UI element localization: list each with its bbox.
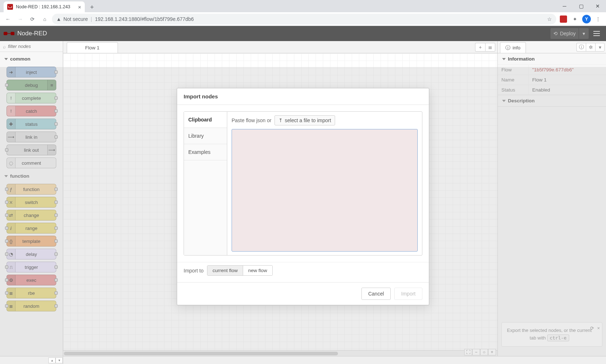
window-controls: ─ ▢ ✕ (556, 0, 606, 12)
new-tab-button[interactable]: + (87, 2, 97, 12)
select-file-button[interactable]: ⤒ select a file to import (275, 115, 335, 125)
nodered-logo: Node-RED (4, 30, 47, 37)
browser-tab[interactable]: Node-RED : 192.168.1.243 × (4, 1, 85, 12)
nodered-footer: ▴ ▾ (0, 356, 606, 364)
deploy-button[interactable]: ⟲ Deploy ▾ (550, 28, 589, 39)
nav-forward-icon[interactable]: → (15, 14, 25, 24)
window-close-icon[interactable]: ✕ (589, 0, 606, 12)
extension-1-icon[interactable] (558, 14, 568, 24)
nav-home-icon[interactable]: ⌂ (40, 14, 50, 24)
palette-pager: ▴ ▾ (0, 356, 63, 364)
import-source-examples[interactable]: Examples (184, 144, 227, 160)
browser-menu-icon[interactable]: ⋮ (593, 14, 603, 24)
paste-flow-label: Paste flow json or (232, 117, 272, 123)
svg-rect-0 (4, 32, 8, 35)
import-button[interactable]: Import (394, 288, 422, 300)
import-target-new[interactable]: new flow (243, 266, 272, 275)
bookmark-star-icon[interactable]: ☆ (547, 16, 552, 22)
deploy-icon: ⟲ (553, 31, 558, 36)
nodered-favicon-icon (7, 4, 13, 10)
palette-next-icon[interactable]: ▾ (56, 358, 63, 363)
browser-actions: ✦ Y ⋮ (558, 14, 603, 24)
extensions-puzzle-icon[interactable]: ✦ (570, 14, 580, 24)
palette-prev-icon[interactable]: ▴ (48, 358, 56, 363)
browser-tab-title: Node-RED : 192.168.1.243 (16, 4, 70, 9)
import-dialog: Import nodes Clipboard Library Examples … (177, 88, 429, 305)
not-secure-label: Not secure (63, 16, 88, 22)
not-secure-badge[interactable]: ▲ Not secure (56, 16, 88, 22)
nav-reload-icon[interactable]: ⟳ (27, 14, 38, 24)
nodered-body: ⌕ common ➜ inject debug ≡ ! complete ! c… (0, 41, 606, 356)
import-to-label: Import to (184, 268, 203, 274)
product-name: Node-RED (17, 30, 47, 37)
deploy-dropdown-icon[interactable]: ▾ (581, 31, 587, 36)
profile-avatar[interactable]: Y (581, 14, 592, 24)
url-text: 192.168.1.243:1880/#flow/1b5f799e.677db6 (95, 16, 194, 22)
browser-tabstrip: Node-RED : 192.168.1.243 × + (0, 0, 606, 12)
window-maximize-icon[interactable]: ▢ (573, 0, 589, 12)
import-source-tabs: Clipboard Library Examples (184, 112, 227, 255)
nodered-logo-icon (4, 30, 14, 37)
main-menu-button[interactable] (591, 28, 602, 39)
tab-close-icon[interactable]: × (78, 4, 81, 10)
browser-toolbar: ← → ⟳ ⌂ ▲ Not secure | 192.168.1.243:188… (0, 12, 606, 26)
cancel-button[interactable]: Cancel (361, 288, 391, 300)
import-source-library[interactable]: Library (184, 128, 227, 144)
svg-rect-1 (11, 32, 15, 35)
deploy-label: Deploy (560, 31, 576, 36)
import-source-clipboard[interactable]: Clipboard (184, 112, 227, 128)
dialog-title: Import nodes (177, 88, 429, 105)
upload-icon: ⤒ (278, 117, 283, 123)
import-target-segmented: current flow new flow (207, 265, 272, 276)
window-minimize-icon[interactable]: ─ (556, 0, 573, 12)
modal-overlay: Import nodes Clipboard Library Examples … (0, 41, 606, 356)
nodered-header: Node-RED ⟲ Deploy ▾ (0, 26, 606, 41)
warning-icon: ▲ (56, 16, 61, 22)
import-json-textarea[interactable] (232, 129, 418, 252)
nav-back-icon[interactable]: ← (3, 14, 13, 24)
import-target-current[interactable]: current flow (207, 266, 243, 275)
url-divider: | (91, 16, 92, 22)
address-bar[interactable]: ▲ Not secure | 192.168.1.243:1880/#flow/… (52, 14, 556, 25)
